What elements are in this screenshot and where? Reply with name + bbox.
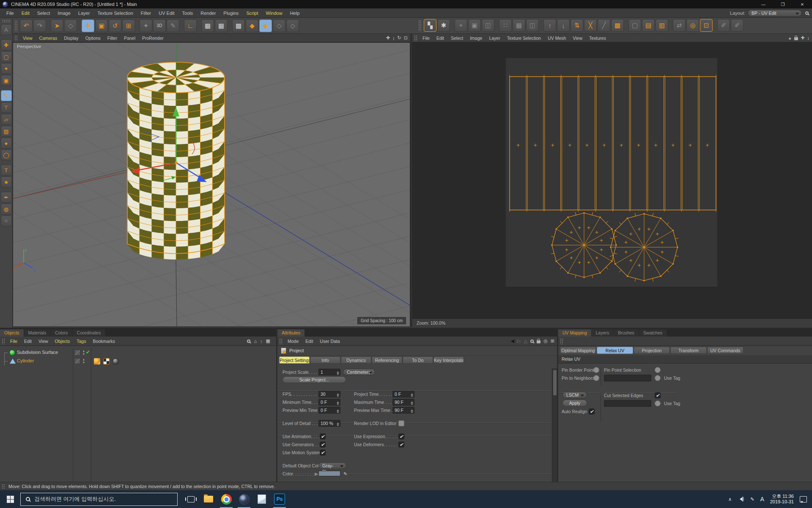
tab-coordinates[interactable]: Coordinates [73, 329, 105, 337]
viewport-pan-icon[interactable]: ✚ [386, 35, 390, 41]
volume-icon[interactable] [738, 497, 743, 501]
uv-layer-down[interactable]: ↓ [557, 19, 570, 32]
notepad-button[interactable] [255, 490, 269, 508]
color-expander-icon[interactable]: ▶ [315, 471, 318, 476]
minimize-button[interactable]: — [754, 0, 773, 8]
move-tool[interactable]: ✚ [82, 19, 94, 32]
uv-lock-icon[interactable] [794, 37, 798, 40]
vp-menu-filter[interactable]: Filter [104, 34, 121, 42]
uv-zoom-icon[interactable]: ↕ [807, 36, 810, 41]
uv-layer-swap[interactable]: ⇅ [571, 19, 583, 32]
coordinates-tool[interactable]: ∟ [184, 19, 197, 32]
scale-tool[interactable]: ▣ [95, 19, 108, 32]
close-button[interactable]: ✕ [793, 0, 812, 8]
photoshop-button[interactable]: Ps [272, 490, 287, 508]
paint-drag-handle[interactable] [2, 19, 11, 23]
bp-star-tool[interactable]: ★ [1, 177, 12, 188]
uv-settings-gear[interactable]: ✱ [437, 19, 450, 32]
scale-project-button[interactable]: Scale Project... [283, 376, 346, 383]
menu-edit[interactable]: Edit [18, 8, 33, 18]
menu-texture-selection[interactable]: Texture Selection [93, 8, 137, 18]
tab-brushes[interactable]: Brushes [614, 329, 639, 337]
menu-select[interactable]: Select [33, 8, 54, 18]
tab-colors[interactable]: Colors [51, 329, 72, 337]
use-motion-system-checkbox[interactable]: ✔ [320, 450, 326, 456]
preview-max-time-field[interactable]: 90 F [392, 407, 414, 414]
tab-layers[interactable]: Layers [592, 329, 614, 337]
color-swatch[interactable] [318, 471, 340, 476]
uv-strip-cols[interactable]: ▥ [656, 19, 668, 32]
tab-info[interactable]: Info [310, 356, 340, 364]
uv-texture-view[interactable]: ▣ [468, 19, 481, 32]
pin-selection-input[interactable] [604, 375, 651, 381]
history-forward-icon[interactable]: ▷ [517, 338, 521, 344]
axis-lock-tool[interactable]: ⊞ [122, 19, 135, 32]
am-menu-mode[interactable]: Mode [284, 337, 302, 345]
om-menu-objects[interactable]: Objects [52, 337, 74, 345]
pin-to-neighbors-checkbox[interactable] [593, 375, 599, 381]
tab-materials[interactable]: Materials [24, 329, 51, 337]
am-drag-handle[interactable] [279, 338, 283, 344]
redo-button[interactable]: ↷ [33, 19, 46, 32]
uv-strip-rows[interactable]: ▤ [642, 19, 655, 32]
tab-dynamics[interactable]: Dynamics [341, 356, 371, 364]
uv-menu-image[interactable]: Image [466, 34, 486, 42]
pin-point-selection-checkbox[interactable] [655, 367, 661, 373]
layout-dropdown[interactable]: BP - UV Edit [748, 10, 802, 17]
tab-to-do[interactable]: To Do [403, 356, 433, 364]
vp-menu-display[interactable]: Display [60, 34, 82, 42]
bp-eyedropper-tool[interactable]: ✒ [1, 192, 12, 203]
mode-model-cube[interactable]: ◆ [246, 19, 258, 32]
menu-layer[interactable]: Layer [74, 8, 94, 18]
enabled-check-icon[interactable]: ✔ [86, 349, 90, 355]
project-scale-field[interactable]: 1 [318, 369, 340, 375]
bp-frame-tool[interactable]: ▣ [1, 75, 12, 86]
tab-key-interpolation[interactable]: Key Interpolation [433, 356, 464, 364]
tab-swatches[interactable]: Swatches [639, 329, 667, 337]
om-menu-tags[interactable]: Tags [73, 337, 89, 345]
ime-indicator[interactable]: A [760, 496, 764, 502]
pen-3d-tool[interactable]: 3D [153, 19, 166, 32]
model-select-tool[interactable]: ◇ [64, 19, 77, 32]
uv-toolbar-drag-handle[interactable] [418, 20, 422, 31]
object-row-cylinder[interactable]: Cylinder [0, 357, 276, 365]
subtab-uv-commands[interactable]: UV Commands [707, 347, 743, 354]
notification-icon[interactable] [800, 496, 807, 502]
relax-algorithm-dropdown[interactable]: LSCM [562, 392, 587, 398]
bp-zoom-picker-tool[interactable]: ◍ [1, 204, 12, 215]
bp-move-tool[interactable]: ✚ [1, 39, 12, 50]
viewport-zoom-icon[interactable]: ↕ [392, 36, 395, 41]
uv-dots-tool[interactable]: ∷ [499, 19, 512, 32]
use-tag-1-checkbox[interactable] [655, 375, 661, 381]
am-menu-user-data[interactable]: User Data [316, 337, 343, 345]
am-menu-edit[interactable]: Edit [302, 337, 316, 345]
uv-checker-button[interactable]: ▚ [424, 19, 436, 32]
lod-field[interactable]: 100 % [318, 420, 340, 427]
vp-menu-cameras[interactable]: Cameras [36, 34, 61, 42]
cut-edges-input[interactable] [604, 400, 651, 407]
bp-fill-tool[interactable]: ● [1, 138, 12, 149]
uv-pen-b[interactable]: ✐ [731, 19, 743, 32]
uv-center-tool[interactable]: ▩ [611, 19, 624, 32]
bp-stamp-tool[interactable]: ⊤ [1, 102, 12, 113]
uv-pan-icon[interactable]: ✚ [801, 35, 804, 41]
tab-referencing[interactable]: Referencing [372, 356, 402, 364]
texture-axis-cube[interactable]: ▦ [201, 19, 214, 32]
viewport-menu-drag-handle[interactable] [14, 35, 18, 41]
auto-realign-checkbox[interactable]: ✔ [589, 409, 595, 414]
taskbar-search[interactable]: 검색하려면 여기에 입력하십시오. [20, 493, 178, 506]
mode-edge-cube[interactable]: ◇ [273, 19, 285, 32]
phong-tag-icon[interactable] [94, 358, 100, 364]
use-generators-checkbox[interactable]: ✔ [320, 442, 326, 447]
task-view-button[interactable] [184, 490, 198, 508]
uv-max-tool[interactable]: ╳ [584, 19, 597, 32]
preview-min-time-field[interactable]: 0 F [318, 407, 340, 414]
maximize-button[interactable]: ❐ [773, 0, 793, 8]
uv-menu-view[interactable]: View [569, 34, 586, 42]
color-eyedropper-icon[interactable]: ✎ [343, 471, 347, 476]
bp-brush-tool[interactable]: ✎ [1, 90, 12, 101]
uvw-tag-icon[interactable] [112, 358, 119, 364]
uv-point-square[interactable]: ⊡ [700, 19, 713, 32]
sculpt-brush-tool[interactable]: ✎ [167, 19, 179, 32]
uv-layer-up[interactable]: ↑ [543, 19, 556, 32]
